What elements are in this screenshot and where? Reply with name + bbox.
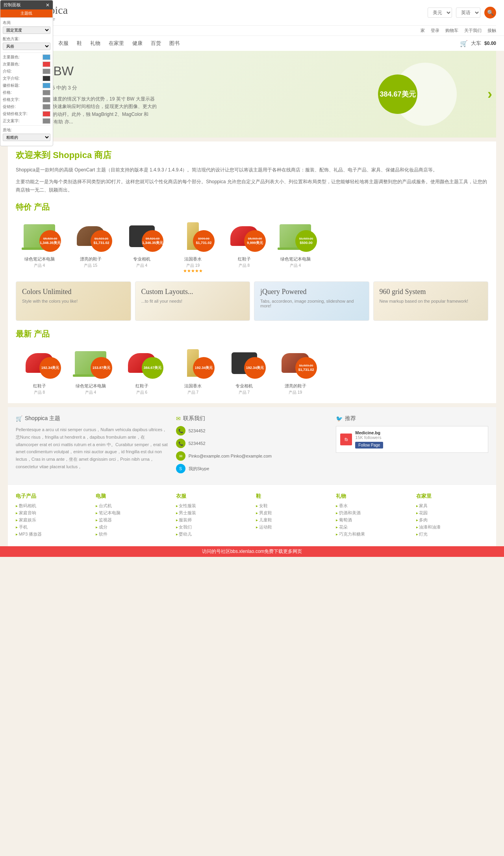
color-badge-swatch[interactable] (43, 83, 50, 88)
tab-theme[interactable]: 主题线 (0, 9, 53, 17)
list-item[interactable]: 花园 (416, 510, 488, 516)
nav-gifts[interactable]: 礼物 (87, 36, 104, 51)
nav-books[interactable]: 图书 (166, 36, 183, 51)
list-item[interactable]: 花朵 (336, 524, 408, 530)
latest-card-1[interactable]: 192.34美元 红鞋子 产品 8 (16, 345, 63, 395)
language-select[interactable]: 英语 (456, 7, 480, 18)
welcome-text-1: Shoppica是一款时尚的高级 OpenCart 主题（目前支持的版本是 1.… (16, 166, 488, 174)
list-item[interactable]: 男士服装 (176, 510, 248, 516)
list-item[interactable]: 监视器 (96, 517, 168, 523)
follow-button[interactable]: Follow Page (355, 442, 383, 448)
nav-login[interactable]: 登录 (431, 28, 439, 33)
list-item[interactable]: 笔记本电脑 (96, 510, 168, 516)
list-item[interactable]: 男皮鞋 (256, 510, 328, 516)
layout-select[interactable]: 固定宽度 (3, 26, 50, 34)
list-item[interactable]: 巧克力和糖果 (336, 531, 408, 537)
nav-shoes[interactable]: 鞋 (74, 36, 85, 51)
list-item[interactable]: 手机 (16, 524, 88, 530)
list-item[interactable]: 油漆和油漆 (416, 524, 488, 530)
search-button[interactable]: 🔍 (484, 7, 496, 19)
list-item[interactable]: 儿童鞋 (256, 517, 328, 523)
color-price-label: 价格: (3, 90, 43, 95)
list-item[interactable]: 多肉 (416, 517, 488, 523)
list-item[interactable]: 软件 (96, 531, 168, 537)
list-item[interactable]: 灯光 (416, 531, 488, 537)
footer-nav-electronics-title: 电子产品 (16, 493, 88, 500)
list-item[interactable]: 服装师 (176, 517, 248, 523)
list-item[interactable]: 扔酒和美酒 (336, 510, 408, 516)
color-price-swatch[interactable] (43, 90, 50, 95)
product-card-5[interactable]: $5,969.00 9,999美元 红鞋子 产品 8 (220, 218, 268, 274)
list-item[interactable]: 家具 (416, 503, 488, 509)
nav-cart-link[interactable]: 购物车 (445, 28, 458, 33)
watermark-text: 访问的号社区bbs.xlenlao.com免费下载更多网页 (202, 549, 302, 554)
product-sub-2: 产品 15 (67, 263, 114, 268)
latest-img-5: 192.34美元 (220, 345, 268, 381)
product-card-3[interactable]: $5,526.69 1,346.35美元 专业相机 产品 4 (118, 218, 165, 274)
product-card-6[interactable]: $1,923.26 $500.00 绿色笔记本电脑 产品 4 (272, 218, 319, 274)
color-body-swatch[interactable] (43, 118, 50, 124)
nav-department[interactable]: 百货 (148, 36, 164, 51)
contact-phone-1-text: 5234452 (189, 428, 206, 433)
cart-area[interactable]: 🛒 大车 $0.00 (460, 40, 496, 47)
list-item[interactable]: 台式机 (96, 503, 168, 509)
product-card-4[interactable]: $999.00 $1,731.02 法国香水 产品 19 ★★★★★ (169, 218, 217, 274)
latest-img-3: 384.67美元 (118, 345, 165, 381)
old-price-3: $5,526.69 (146, 237, 160, 241)
twitter-icon: 🐦 (336, 415, 343, 422)
texture-select[interactable]: 粗糙的 (3, 134, 50, 141)
list-item[interactable]: 婴幼儿 (176, 531, 248, 537)
latest-name-2: 绿色笔记本电脑 (67, 383, 114, 389)
list-item[interactable]: 成分 (96, 524, 168, 530)
hero-next-button[interactable]: › (487, 86, 492, 102)
nav-health[interactable]: 健康 (129, 36, 146, 51)
list-item[interactable]: 家庭音响 (16, 510, 88, 516)
social-followers: 15K followers (355, 435, 383, 440)
nav-about[interactable]: 关于我们 (464, 28, 482, 33)
nav-clothes[interactable]: 衣服 (55, 36, 72, 51)
latest-card-2[interactable]: 153.87美元 绿色笔记本电脑 产品 4 (67, 345, 114, 395)
latest-section-header: 最新 产品 (16, 329, 488, 339)
footer-social-title: 🐦 推荐 (336, 415, 488, 422)
color-sale-text-swatch[interactable] (43, 111, 50, 117)
list-item[interactable]: 数码相机 (16, 503, 88, 509)
color-primary-swatch[interactable] (43, 54, 50, 60)
scheme-select[interactable]: 风俗 (3, 43, 50, 50)
list-item[interactable]: 香水 (336, 503, 408, 509)
latest-card-5[interactable]: 192.34美元 专业相机 产品 7 (220, 345, 268, 395)
product-card-1[interactable]: $5,520.69 1,346.35美元 绿色笔记本电脑 产品 4 (16, 218, 63, 274)
hero-content: 阳941BW ★★★ ★★ 5 中的 3 分 一下，在不降低速度的情况下放大的优… (20, 63, 484, 126)
currency-select[interactable]: 美元 (428, 7, 452, 18)
footer-nav: 电子产品 数码相机 家庭音响 家庭娱乐 手机 MP3 播放器 电脑 台式机 笔记… (8, 484, 496, 546)
list-item[interactable]: 家庭娱乐 (16, 517, 88, 523)
color-intro-swatch[interactable] (43, 69, 50, 74)
color-sale-text-label: 促销价格文字: (3, 111, 43, 117)
latest-product-grid: 192.34美元 红鞋子 产品 8 153.87美元 绿色笔记本电脑 产品 4 (16, 345, 488, 395)
color-text-intro-swatch[interactable] (43, 76, 50, 81)
color-price-text-swatch[interactable] (43, 97, 50, 102)
latest-name-3: 红鞋子 (118, 383, 165, 389)
product-card-2[interactable]: $1,923.26 $1,731.02 漂亮的鞋子 产品 15 (67, 218, 114, 274)
footer-nav-shoes-title: 鞋 (256, 493, 328, 500)
nav-home[interactable]: 家 (421, 28, 425, 33)
color-sale-swatch[interactable] (43, 104, 50, 110)
list-item[interactable]: 女性服装 (176, 503, 248, 509)
footer-nav-home-title: 在家里 (416, 493, 488, 500)
list-item[interactable]: 女鞋 (256, 503, 328, 509)
list-item[interactable]: 女我们 (176, 524, 248, 530)
list-item[interactable]: 葡萄酒 (336, 517, 408, 523)
featured-product-grid: $5,520.69 1,346.35美元 绿色笔记本电脑 产品 4 $1,923… (16, 218, 488, 274)
control-panel-close[interactable]: ✕ (46, 2, 50, 8)
footer-about-label: Shoppica 主题 (25, 415, 60, 422)
nav-home-items[interactable]: 在家里 (106, 36, 127, 51)
list-item[interactable]: 运动鞋 (256, 524, 328, 530)
footer-nav-clothes-title: 衣服 (176, 493, 248, 500)
color-price-text-row: 价格文字: (3, 97, 50, 102)
latest-card-3[interactable]: 384.67美元 红鞋子 产品 6 (118, 345, 165, 395)
list-item[interactable]: MP3 播放器 (16, 531, 88, 537)
color-secondary-swatch[interactable] (43, 61, 50, 67)
latest-card-6[interactable]: $1,923.26 $1,731.02 漂亮的鞋子 产品 19 (272, 345, 319, 395)
nav-contact[interactable]: 接触 (487, 28, 496, 33)
latest-card-4[interactable]: 192.34美元 法国香水 产品 7 (169, 345, 217, 395)
latest-price-5: 192.34美元 (246, 366, 264, 370)
